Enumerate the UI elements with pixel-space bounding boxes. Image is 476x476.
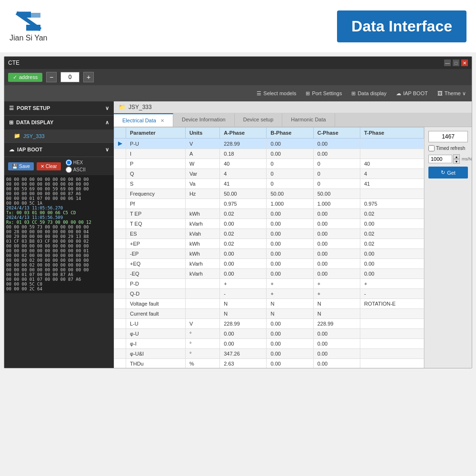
timed-refresh-checkbox[interactable]	[428, 145, 435, 151]
table-row[interactable]: THDu % 2.63 0.00 0.00	[114, 359, 424, 368]
tab-close-electrical[interactable]: ✕	[160, 118, 164, 123]
table-row[interactable]: Current fault N N N	[114, 309, 424, 319]
table-row[interactable]: φ-U&I ° 347.26 0.00 0.00	[114, 349, 424, 359]
address-label: address	[19, 74, 38, 80]
nav-select-models[interactable]: ☰ Select models	[257, 90, 296, 97]
brand-header: Jian Si Yan Data Interface	[0, 0, 476, 52]
table-row[interactable]: Q-D - + + -	[114, 289, 424, 299]
cell-units	[185, 279, 219, 289]
ascii-radio[interactable]	[66, 167, 72, 173]
cell-b-phase: 50.00	[267, 189, 313, 199]
cell-a-phase: +	[220, 279, 267, 289]
cell-a-phase: 0.18	[220, 149, 267, 159]
cell-c-phase: 50.00	[313, 189, 360, 199]
cell-b-phase: 0.00	[267, 249, 313, 259]
nav-data-display[interactable]: ⊞ Data display	[351, 90, 387, 97]
cell-c-phase: 0.00	[313, 239, 360, 249]
cell-a-phase: 0.02	[220, 239, 267, 249]
ascii-radio-label[interactable]: ASCII	[66, 167, 86, 173]
table-row[interactable]: ES kVah 0.02 0.00 0.00 0.02	[114, 229, 424, 239]
table-row[interactable]: Voltage fault N N N ROTATION-E	[114, 299, 424, 309]
table-row[interactable]: ▶ P-U V 228.99 0.00 0.00	[114, 139, 424, 149]
row-arrow	[114, 189, 126, 199]
table-row[interactable]: Frequency Hz 50.00 50.00 50.00	[114, 189, 424, 199]
get-button[interactable]: ↻ Get	[428, 167, 468, 178]
cell-a-phase: -	[220, 289, 267, 299]
cell-param: L-U	[126, 319, 186, 329]
cell-b-phase: 0.00	[267, 209, 313, 219]
plus-button[interactable]: +	[83, 72, 94, 82]
nav-label-iap-boot: IAP BOOT	[403, 90, 428, 96]
minus-button[interactable]: −	[46, 72, 57, 82]
tabs-bar: Electrical Data ✕ Device Information Dev…	[114, 113, 472, 127]
cell-param: -EP	[126, 249, 186, 259]
hex-radio-label[interactable]: HEX	[66, 159, 86, 166]
cell-units: Hz	[185, 189, 219, 199]
cell-param: φ-U	[126, 329, 186, 339]
table-row[interactable]: L-U V 228.99 0.00 228.99	[114, 319, 424, 329]
tab-device-setup[interactable]: Device setup	[235, 113, 283, 127]
cell-t-phase	[360, 349, 424, 359]
cell-units: kWh	[185, 239, 219, 249]
table-row[interactable]: +EP kWh 0.02 0.00 0.00 0.02	[114, 239, 424, 249]
clear-button[interactable]: ✕ Clear	[37, 162, 61, 170]
hex-radio[interactable]	[66, 159, 72, 166]
cell-param: T EQ	[126, 219, 186, 229]
cell-c-phase: 0.00	[313, 139, 360, 149]
table-row[interactable]: P-D + + + +	[114, 279, 424, 289]
table-row[interactable]: Q Var 4 0 0 4	[114, 169, 424, 179]
sidebar-header-port-setup[interactable]: ☰ PORT SETUP ∨	[4, 101, 114, 115]
cell-units: kVah	[185, 229, 219, 239]
ms-input[interactable]	[428, 155, 452, 163]
tab-harmonic-data[interactable]: Harmonic Data	[282, 113, 335, 127]
cell-b-phase: 0.00	[267, 339, 313, 349]
cell-param: I	[126, 149, 186, 159]
nav-port-settings[interactable]: ⊞ Port Settings	[306, 90, 342, 97]
table-row[interactable]: I A 0.18 0.00 0.00	[114, 149, 424, 159]
maximize-button[interactable]: □	[453, 60, 459, 66]
table-row[interactable]: φ-U ° 0.00 0.00 0.00	[114, 329, 424, 339]
ms-step-up[interactable]: ▲	[453, 154, 460, 159]
sidebar-header-iap-boot[interactable]: ☁ IAP BOOT ∨	[4, 143, 114, 157]
nav-iap-boot[interactable]: ☁ IAP BOOT	[396, 90, 428, 97]
address-button[interactable]: ✓ address	[8, 73, 42, 82]
sidebar-section-data-display: ⊞ DATA DISPLAY ∧ 📁 JSY_333	[4, 116, 114, 143]
sidebar-item-jsy333[interactable]: 📁 JSY_333	[4, 129, 114, 142]
cell-param: φ-U&I	[126, 349, 186, 359]
timed-refresh-label[interactable]: Timed refresh	[428, 145, 468, 151]
cell-t-phase	[360, 189, 424, 199]
tab-electrical-data[interactable]: Electrical Data ✕	[114, 113, 173, 127]
table-row[interactable]: φ-I ° 0.00 0.00 0.00	[114, 339, 424, 349]
col-t-phase: T-Phase	[360, 128, 424, 139]
minimize-button[interactable]: —	[444, 60, 451, 66]
ms-step-down[interactable]: ▼	[453, 159, 460, 164]
table-row[interactable]: Pf 0.975 1.000 1.000 0.975	[114, 199, 424, 209]
table-row[interactable]: P W 40 0 0 40	[114, 159, 424, 169]
main-content: ☰ PORT SETUP ∨ ⊞ DATA DISPLAY ∧ 📁	[4, 101, 472, 368]
nav-theme[interactable]: 🖼 Theme ∨	[437, 90, 466, 97]
row-arrow	[114, 219, 126, 229]
cell-t-phase	[360, 309, 424, 319]
table-row[interactable]: -EQ kVarh 0.00 0.00 0.00 0.00	[114, 269, 424, 279]
data-display-grid-icon: ⊞	[9, 119, 13, 125]
table-row[interactable]: +EQ kVarh 0.00 0.00 0.00 0.00	[114, 259, 424, 269]
cell-a-phase: 0.00	[220, 219, 267, 229]
row-arrow	[114, 299, 126, 309]
electrical-data-table: Parameter Units A-Phase B-Phase C-Phase …	[114, 127, 424, 368]
tab-device-information[interactable]: Device Information	[173, 113, 235, 127]
table-row[interactable]: S Va 41 0 0 41	[114, 179, 424, 189]
sidebar-header-data-display[interactable]: ⊞ DATA DISPLAY ∧	[4, 116, 114, 129]
table-row[interactable]: -EP kWh 0.00 0.00 0.00 0.00	[114, 249, 424, 259]
row-arrow: ▶	[114, 139, 126, 149]
address-input[interactable]	[60, 72, 79, 82]
table-row[interactable]: T EP kWh 0.02 0.00 0.00 0.02	[114, 209, 424, 219]
row-arrow	[114, 229, 126, 239]
theme-icon: 🖼	[437, 90, 443, 96]
close-button[interactable]: ✕	[461, 60, 468, 66]
sidebar-header-label-iap-boot: ☁ IAP BOOT	[9, 147, 42, 153]
cell-units: kWh	[185, 249, 219, 259]
cell-t-phase: 0.02	[360, 229, 424, 239]
save-button[interactable]: 💾 Save	[8, 162, 34, 170]
table-row[interactable]: T EQ kVarh 0.00 0.00 0.00 0.00	[114, 219, 424, 229]
cell-b-phase: 0.00	[267, 239, 313, 249]
